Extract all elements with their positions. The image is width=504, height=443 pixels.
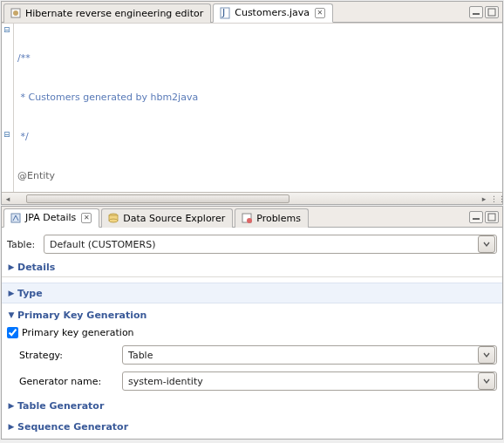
collapse-icon: ▼ (7, 310, 16, 319)
details-header[interactable]: ▶ Details (7, 259, 497, 275)
dropdown-button[interactable] (478, 235, 495, 253)
section-title: Type (17, 288, 43, 299)
generator-name-value: system-identity (123, 376, 477, 387)
tab-problems[interactable]: Problems (235, 208, 309, 228)
table-row: Table: Default (CUSTOMERS) (7, 235, 497, 254)
pk-checkbox-row: Primary key generation (7, 324, 497, 340)
tab-label: Hibernate reverse engineering editor (25, 8, 203, 19)
hibernate-icon (10, 7, 22, 19)
code-area[interactable]: /** * Customers generated by hbm2java */… (14, 24, 502, 192)
svg-rect-5 (488, 9, 495, 16)
table-generator-header[interactable]: ▶ Table Generator (7, 398, 497, 413)
close-icon[interactable]: ✕ (81, 213, 92, 223)
folding-ruler[interactable]: ⊟ ⊟ (2, 24, 14, 192)
pane-buttons (469, 211, 502, 223)
svg-text:J: J (221, 7, 225, 18)
tab-customers-java[interactable]: J Customers.java ✕ (213, 3, 333, 23)
maximize-button[interactable] (485, 6, 499, 18)
separator (2, 276, 502, 277)
dropdown-button[interactable] (478, 372, 495, 390)
tab-label: JPA Details (25, 212, 76, 223)
tab-hibernate-editor[interactable]: Hibernate reverse engineering editor (3, 3, 211, 23)
tab-jpa-details[interactable]: JPA Details ✕ (3, 208, 99, 228)
java-file-icon: J (219, 7, 231, 19)
tab-label: Problems (256, 213, 301, 224)
view-tabbar: JPA Details ✕ Data Source Explorer Probl… (2, 207, 502, 228)
strategy-label: Strategy: (19, 350, 115, 361)
scroll-right-icon[interactable]: ▸ (478, 193, 490, 205)
horizontal-scrollbar[interactable]: ◂ ▸ ⋮⋮ (2, 192, 502, 204)
generator-name-label: Generator name: (19, 376, 115, 387)
strategy-combo[interactable]: Table (122, 345, 497, 365)
svg-rect-13 (488, 214, 495, 221)
jpa-details-form: Table: Default (CUSTOMERS) ▶ Details ▶ T… (2, 228, 502, 439)
scroll-corner: ⋮⋮ (490, 194, 502, 203)
pk-generation-section: ▼ Primary Key Generation Primary key gen… (7, 307, 497, 434)
svg-rect-12 (473, 218, 480, 220)
svg-point-1 (13, 10, 18, 16)
tab-label: Data Source Explorer (123, 213, 225, 224)
dropdown-button[interactable] (478, 346, 495, 364)
strategy-value: Table (123, 350, 477, 361)
type-section: ▶ Type (2, 283, 502, 303)
svg-rect-4 (473, 13, 480, 15)
svg-point-9 (109, 219, 118, 222)
svg-point-11 (247, 218, 252, 223)
pk-checkbox-label: Primary key generation (22, 327, 134, 338)
scroll-thumb[interactable] (26, 194, 289, 203)
problems-icon (241, 212, 253, 224)
section-title: Sequence Generator (17, 421, 128, 433)
expand-icon: ▶ (7, 289, 16, 297)
section-title: Primary Key Generation (17, 310, 146, 321)
jpa-icon (10, 212, 22, 224)
code-editor[interactable]: ⊟ ⊟ /** * Customers generated by hbm2jav… (2, 23, 502, 192)
pane-buttons (469, 6, 502, 18)
minimize-button[interactable] (469, 211, 483, 223)
pk-generation-header[interactable]: ▼ Primary Key Generation (7, 307, 497, 323)
expand-icon: ▶ (7, 262, 16, 271)
scroll-track[interactable] (26, 194, 466, 203)
maximize-button[interactable] (485, 211, 499, 223)
generator-name-combo[interactable]: system-identity (122, 371, 497, 391)
tab-data-source-explorer[interactable]: Data Source Explorer (101, 208, 233, 228)
section-title: Details (17, 262, 55, 273)
properties-pane: JPA Details ✕ Data Source Explorer Probl… (1, 206, 503, 440)
table-combo[interactable]: Default (CUSTOMERS) (44, 235, 497, 254)
table-label: Table: (7, 239, 44, 250)
scroll-left-icon[interactable]: ◂ (2, 193, 14, 205)
expand-icon: ▶ (7, 422, 16, 431)
sequence-generator-header[interactable]: ▶ Sequence Generator (7, 419, 497, 434)
fold-toggle-icon[interactable]: ⊟ (3, 130, 10, 139)
type-header[interactable]: ▶ Type (7, 285, 497, 301)
expand-icon: ▶ (7, 401, 16, 410)
section-title: Table Generator (17, 400, 104, 412)
minimize-button[interactable] (469, 6, 483, 18)
table-value: Default (CUSTOMERS) (44, 239, 477, 250)
close-icon[interactable]: ✕ (315, 8, 325, 18)
editor-pane: Hibernate reverse engineering editor J C… (1, 1, 503, 205)
datasource-icon (107, 212, 119, 224)
fold-toggle-icon[interactable]: ⊟ (3, 25, 10, 34)
pk-generation-checkbox[interactable] (7, 327, 18, 338)
editor-tabbar: Hibernate reverse engineering editor J C… (2, 2, 502, 23)
details-section: ▶ Details (7, 259, 497, 275)
tab-label: Customers.java (235, 7, 310, 18)
